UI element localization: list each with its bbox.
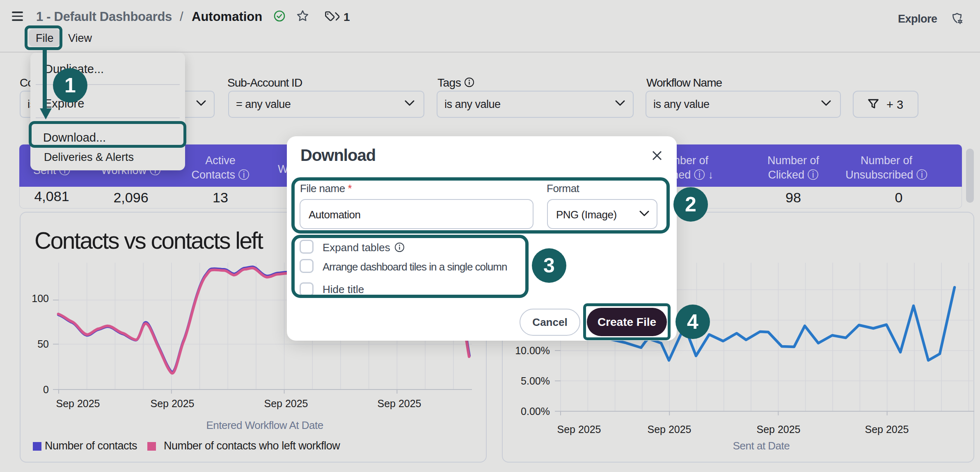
svg-text:Sep 2025: Sep 2025 xyxy=(56,398,100,409)
svg-text:Sep 2025: Sep 2025 xyxy=(865,424,909,435)
svg-text:Contacts vs contacts left: Contacts vs contacts left xyxy=(34,227,263,254)
svg-text:10.00%: 10.00% xyxy=(515,345,550,356)
svg-text:Sep 2025: Sep 2025 xyxy=(264,398,308,409)
svg-text:Sent at Date: Sent at Date xyxy=(733,440,790,452)
svg-text:Number of contacts: Number of contacts xyxy=(45,440,137,452)
svg-text:Sep 2025: Sep 2025 xyxy=(377,398,421,409)
svg-text:Sep 2025: Sep 2025 xyxy=(756,424,800,435)
svg-text:Sep 2025: Sep 2025 xyxy=(150,398,194,409)
svg-text:100: 100 xyxy=(32,293,49,304)
svg-text:0.00%: 0.00% xyxy=(521,406,550,417)
svg-text:Sep 2025: Sep 2025 xyxy=(557,424,601,435)
svg-text:Number of contacts who left wo: Number of contacts who left workflow xyxy=(164,440,340,452)
svg-text:0: 0 xyxy=(43,384,49,395)
svg-text:50: 50 xyxy=(37,338,49,350)
svg-text:Entered Workflow At Date: Entered Workflow At Date xyxy=(206,419,323,431)
svg-text:Sep 2025: Sep 2025 xyxy=(647,424,691,435)
svg-text:5.00%: 5.00% xyxy=(521,375,550,387)
